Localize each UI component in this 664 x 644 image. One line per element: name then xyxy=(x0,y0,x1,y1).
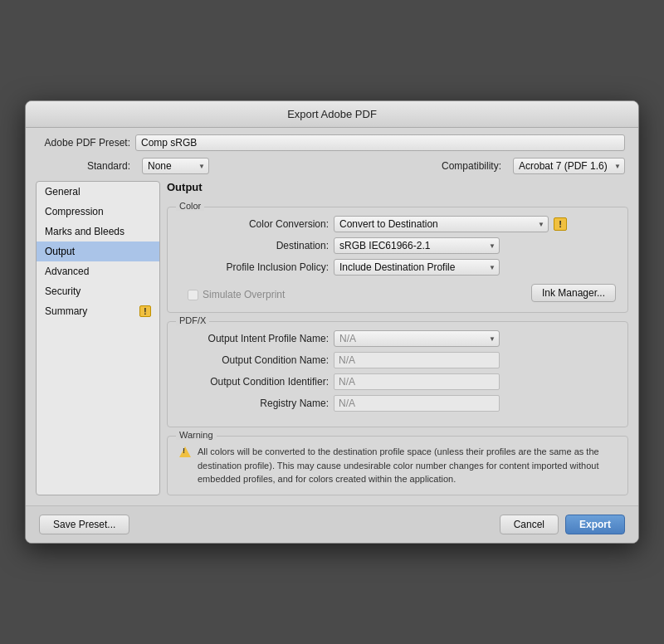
sidebar-item-advanced-label: Advanced xyxy=(45,266,89,277)
warning-group-label: Warning xyxy=(176,430,217,440)
sidebar-item-advanced[interactable]: Advanced xyxy=(37,261,159,281)
color-group-label: Color xyxy=(176,201,204,211)
destination-label: Destination: xyxy=(179,240,329,251)
preset-label: Adobe PDF Preset: xyxy=(39,137,130,149)
compatibility-label: Compatibility: xyxy=(442,160,501,172)
destination-select-wrap: sRGB IEC61966-2.1 Adobe RGB (1998) U.S. … xyxy=(334,237,500,254)
preset-row: Adobe PDF Preset: Comp sRGB xyxy=(26,128,638,154)
profile-inclusion-row: Profile Inclusion Policy: Include Destin… xyxy=(179,259,616,276)
output-condition-id-label: Output Condition Identifier: xyxy=(179,376,329,388)
output-condition-name-label: Output Condition Name: xyxy=(179,354,329,366)
standard-compat-row: Standard: None PDF/X-1a PDF/X-3 PDF/X-4 … xyxy=(26,154,638,181)
main-area: General Compression Marks and Bleeds Out… xyxy=(26,181,638,505)
warning-group: Warning All colors will be converted to … xyxy=(167,436,628,495)
warning-triangle-icon xyxy=(179,446,191,457)
sidebar-item-security-label: Security xyxy=(45,285,81,297)
profile-inclusion-select-wrap: Include Destination Profile Don't Includ… xyxy=(334,259,500,276)
registry-name-input[interactable] xyxy=(334,395,500,412)
sidebar-item-compression[interactable]: Compression xyxy=(37,202,159,222)
color-conversion-warn-icon: ! xyxy=(554,217,567,231)
sidebar-item-marks-bleeds[interactable]: Marks and Bleeds xyxy=(37,222,159,242)
registry-name-row: Registry Name: xyxy=(179,395,616,412)
standard-select[interactable]: None PDF/X-1a PDF/X-3 PDF/X-4 xyxy=(142,158,209,174)
cancel-button[interactable]: Cancel xyxy=(500,515,559,534)
sidebar-item-general-label: General xyxy=(45,186,81,198)
content-area: Output Color Color Conversion: No Conver… xyxy=(167,181,628,495)
save-preset-button[interactable]: Save Preset... xyxy=(39,515,129,534)
sidebar-item-summary-label: Summary xyxy=(45,305,87,317)
output-condition-id-input[interactable] xyxy=(334,373,500,390)
dialog-title: Export Adobe PDF xyxy=(26,101,638,128)
simulate-overprint-row: Simulate Overprint xyxy=(188,289,285,300)
profile-inclusion-label: Profile Inclusion Policy: xyxy=(179,261,329,273)
sidebar-item-output-label: Output xyxy=(45,246,75,257)
color-conversion-label: Color Conversion: xyxy=(179,218,329,230)
export-button[interactable]: Export xyxy=(565,515,625,534)
summary-warn-icon: ! xyxy=(139,305,151,317)
sidebar-item-marks-bleeds-label: Marks and Bleeds xyxy=(45,226,124,237)
output-condition-name-input[interactable] xyxy=(334,352,500,368)
output-intent-select-wrap: N/A xyxy=(334,330,500,347)
sidebar-item-output[interactable]: Output xyxy=(37,242,159,261)
compatibility-select-wrap: Acrobat 4 (PDF 1.3) Acrobat 5 (PDF 1.4) … xyxy=(513,158,625,174)
warning-text: All colors will be converted to the dest… xyxy=(198,445,616,486)
simulate-overprint-label: Simulate Overprint xyxy=(203,289,285,300)
color-conversion-row: Color Conversion: No Conversion Convert … xyxy=(179,216,616,232)
destination-select[interactable]: sRGB IEC61966-2.1 Adobe RGB (1998) U.S. … xyxy=(334,237,500,254)
output-condition-id-row: Output Condition Identifier: xyxy=(179,373,616,390)
sidebar-item-general[interactable]: General xyxy=(37,182,159,202)
bottom-bar: Save Preset... Cancel Export xyxy=(26,505,638,543)
warning-content: All colors will be converted to the dest… xyxy=(179,445,616,486)
output-intent-label: Output Intent Profile Name: xyxy=(179,333,329,344)
color-conversion-select[interactable]: No Conversion Convert to Destination Con… xyxy=(334,216,549,232)
standard-select-wrap: None PDF/X-1a PDF/X-3 PDF/X-4 xyxy=(142,158,209,174)
sidebar-item-compression-label: Compression xyxy=(45,206,104,217)
standard-label: Standard: xyxy=(39,160,130,172)
export-pdf-dialog: Export Adobe PDF Adobe PDF Preset: Comp … xyxy=(25,100,639,544)
pdfx-group: PDF/X Output Intent Profile Name: N/A Ou… xyxy=(167,321,628,427)
profile-inclusion-select[interactable]: Include Destination Profile Don't Includ… xyxy=(334,259,500,276)
sidebar-item-security[interactable]: Security xyxy=(37,281,159,301)
pdf-preset-select[interactable]: Comp sRGB xyxy=(135,134,625,151)
output-condition-name-row: Output Condition Name: xyxy=(179,352,616,368)
color-group: Color Color Conversion: No Conversion Co… xyxy=(167,207,628,313)
simulate-ink-row: Simulate Overprint Ink Manager... xyxy=(179,281,616,302)
compatibility-select[interactable]: Acrobat 4 (PDF 1.3) Acrobat 5 (PDF 1.4) … xyxy=(513,158,625,174)
output-header: Output xyxy=(167,181,628,198)
color-conversion-select-wrap: No Conversion Convert to Destination Con… xyxy=(334,216,549,232)
output-intent-row: Output Intent Profile Name: N/A xyxy=(179,330,616,347)
pdf-preset-select-wrap: Comp sRGB xyxy=(135,134,625,151)
sidebar: General Compression Marks and Bleeds Out… xyxy=(36,181,160,495)
ink-manager-button[interactable]: Ink Manager... xyxy=(531,284,616,302)
registry-name-label: Registry Name: xyxy=(179,398,329,409)
simulate-overprint-checkbox[interactable] xyxy=(188,290,198,300)
destination-row: Destination: sRGB IEC61966-2.1 Adobe RGB… xyxy=(179,237,616,254)
sidebar-item-summary[interactable]: Summary ! xyxy=(37,301,159,321)
pdfx-group-label: PDF/X xyxy=(176,315,209,325)
output-intent-select[interactable]: N/A xyxy=(334,330,500,347)
